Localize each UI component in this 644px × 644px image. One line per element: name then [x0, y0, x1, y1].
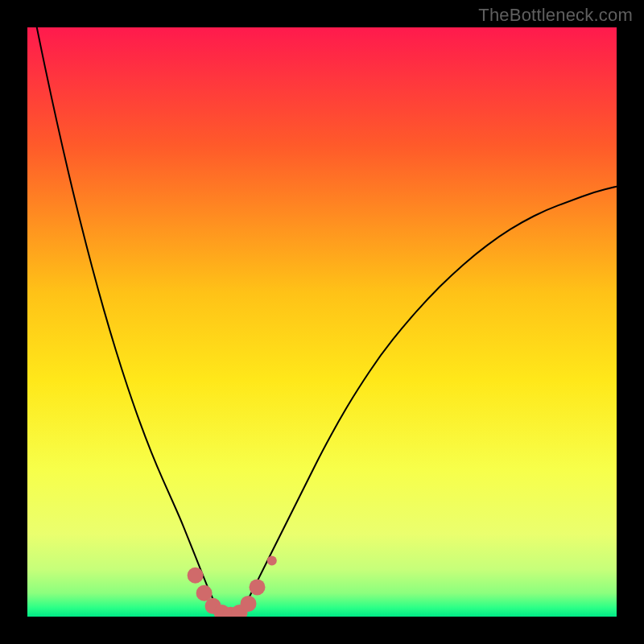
bottleneck-chart — [27, 27, 617, 617]
marker-point — [188, 568, 204, 584]
marker-point — [249, 579, 265, 595]
marker-point — [267, 555, 277, 565]
outer-frame: TheBottleneck.com — [0, 0, 644, 644]
gradient-background — [27, 27, 617, 617]
plot-area — [27, 27, 617, 617]
marker-point — [241, 596, 257, 612]
watermark-text: TheBottleneck.com — [478, 5, 633, 26]
